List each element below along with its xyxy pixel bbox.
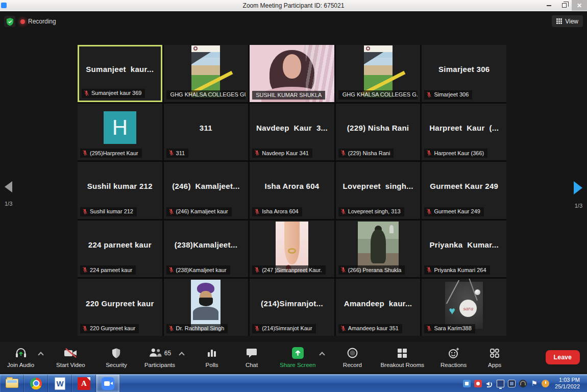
breakout-rooms-button[interactable]: Breakout Rooms	[380, 347, 424, 368]
word-icon: W	[55, 377, 65, 390]
meeting-area: Recording View Sumanjeet kaur...Sumanjee…	[0, 11, 587, 374]
headset-icon[interactable]	[519, 380, 527, 387]
previous-page-button[interactable]: 1/3	[5, 181, 12, 207]
bar-chart-icon	[207, 347, 217, 360]
participant-tile[interactable]: Priyanka Kumar...Priyanka Kumari 264	[422, 220, 506, 278]
participant-name: Navdeep Kaur 3...	[253, 124, 331, 132]
volume-icon[interactable]	[485, 380, 493, 387]
participant-name-tag: (247 )Simranpreet Kaur.	[252, 265, 325, 275]
participant-name: Isha Arora 604	[261, 182, 322, 190]
join-audio-button[interactable]: Join Audio	[7, 347, 34, 368]
participant-name: 220 Gurpreet kaur	[83, 299, 157, 308]
zoom-launcher[interactable]	[96, 375, 120, 392]
participant-name-tag: 220 Gurpreet kaur	[80, 324, 139, 333]
participant-tile[interactable]: Sushil kumar 212Sushil kumar 212	[78, 162, 162, 219]
participant-name: (238)Kamaljeet...	[172, 240, 241, 249]
polls-button[interactable]: Polls	[200, 347, 224, 368]
participant-tile[interactable]: Harpreet Kaur (...Harpreet Kaur (366)	[422, 104, 506, 161]
recording-indicator: Recording	[20, 18, 56, 25]
participant-name: (214)Simranjot...	[258, 299, 326, 308]
participant-tile[interactable]: Dr. Rachhpal Singh	[164, 279, 249, 336]
participant-tile[interactable]: (246) Kamaljeet...(246) Kamaljeet kaur	[164, 162, 249, 219]
participants-count: 65	[164, 350, 171, 357]
zoom-tray-icon[interactable]	[463, 380, 471, 387]
view-label: View	[565, 18, 578, 25]
leave-button[interactable]: Leave	[546, 350, 580, 364]
apps-button[interactable]: Apps	[483, 347, 506, 368]
reactions-button[interactable]: Reactions	[441, 347, 467, 368]
participant-tile[interactable]: SUSHIL KUMAR SHUKLA	[250, 45, 334, 102]
share-screen-button[interactable]: Share Screen	[280, 347, 315, 368]
chrome-icon	[30, 378, 42, 389]
participant-tile[interactable]: (247 )Simranpreet Kaur.	[250, 220, 334, 278]
participant-name-tag: 224 parneet kaur	[80, 265, 136, 275]
headphones-icon	[15, 347, 27, 360]
chevron-up-icon[interactable]	[320, 352, 325, 357]
participant-name: Priyanka Kumar...	[426, 240, 501, 249]
participant-name-tag: Sushil kumar 212	[80, 207, 137, 216]
file-explorer-launcher[interactable]	[0, 375, 24, 392]
word-launcher[interactable]: W	[48, 375, 72, 392]
participant-tile[interactable]: Amandeep kaur...Amandeep kaur 351	[336, 279, 421, 336]
muted-mic-icon	[340, 266, 346, 273]
restore-button[interactable]	[556, 0, 572, 11]
participant-name-tag: Dr. Rachhpal Singh	[166, 324, 228, 333]
participant-tile[interactable]: Gurmeet Kaur 249Gurmeet Kaur 249	[422, 162, 506, 219]
recording-tray-icon[interactable]	[474, 380, 482, 387]
clock-time: 1:03 PM	[555, 377, 580, 383]
security-shield-icon[interactable]	[4, 16, 15, 27]
participant-tile[interactable]: Isha Arora 604Isha Arora 604	[250, 162, 334, 219]
network-icon[interactable]	[497, 380, 504, 387]
profile-photo	[276, 222, 308, 273]
participant-tile[interactable]: 220 Gurpreet kaur220 Gurpreet kaur	[78, 279, 162, 336]
participant-tile[interactable]: H(295)Harpreet Kaur	[78, 104, 162, 161]
chrome-launcher[interactable]	[24, 375, 48, 392]
participant-tile[interactable]: Simarjeet 306Simarjeet 306	[422, 45, 506, 102]
taskbar-clock[interactable]: 1:03 PM 25/1/2022	[553, 377, 584, 390]
zoom-window: Zoom Meeting Participant ID: 675021 ✕ Re…	[0, 0, 587, 392]
shield-icon	[111, 347, 121, 360]
participant-tile[interactable]: (238)Kamaljeet...(238)Kamaljeet kaur	[164, 220, 249, 278]
participant-tile[interactable]: 311311	[164, 104, 249, 161]
participant-name: 311	[197, 124, 215, 132]
font-app-launcher[interactable]: A	[72, 375, 96, 392]
participant-tile[interactable]: Sumanjeet kaur...Sumanjeet kaur 369	[78, 45, 162, 102]
start-video-button[interactable]: Start Video	[56, 347, 85, 368]
windows-taskbar: W A 1:03 PM 25/1/2022	[0, 374, 587, 392]
participant-name: (229) Nisha Rani	[344, 124, 412, 132]
close-button[interactable]: ✕	[572, 0, 587, 11]
participant-name: 224 parneet kaur	[85, 240, 155, 249]
participants-button[interactable]: 65 Participants	[144, 347, 175, 368]
participant-name-tag: 311	[166, 149, 189, 158]
action-center-flag-icon[interactable]	[530, 380, 538, 387]
record-circle-icon	[347, 347, 358, 360]
participant-name: Gurmeet Kaur 249	[427, 182, 501, 190]
alarm-clock-icon[interactable]	[542, 380, 549, 387]
muted-mic-icon	[426, 150, 432, 156]
participant-name: Harpreet Kaur (...	[426, 124, 502, 132]
chat-button[interactable]: Chat	[240, 347, 263, 368]
participant-name: Simarjeet 306	[435, 65, 493, 74]
participant-tile[interactable]: GHG KHALSA COLLEGES G...	[336, 45, 421, 102]
participant-tile[interactable]: Lovepreet singh...Lovepreet singh, 313	[336, 162, 421, 219]
participant-name-tag: Amandeep kaur 351	[338, 324, 402, 333]
participant-tile[interactable]: 224 parneet kaur224 parneet kaur	[78, 220, 162, 278]
view-button[interactable]: View	[552, 15, 583, 27]
participant-tile[interactable]: Navdeep Kaur 3...Navdeep Kaur 341	[250, 104, 334, 161]
chevron-up-icon[interactable]	[179, 352, 184, 357]
next-page-button[interactable]: 1/3	[574, 181, 582, 209]
display-icon[interactable]	[508, 380, 516, 387]
participant-tile[interactable]: (266) Prerana Shukla	[336, 220, 421, 278]
record-button[interactable]: Record	[340, 347, 364, 368]
chevron-up-icon[interactable]	[38, 352, 43, 357]
minimize-button[interactable]	[541, 0, 556, 11]
security-button[interactable]: Security	[105, 347, 128, 368]
participant-tile[interactable]: (229) Nisha Rani(229) Nisha Rani	[336, 104, 421, 161]
muted-mic-icon	[168, 325, 174, 332]
participant-tile[interactable]: saraSara Karim388	[422, 279, 506, 336]
muted-mic-icon	[254, 150, 260, 156]
participant-name-tag: (238)Kamaljeet kaur	[166, 265, 230, 275]
participant-tile[interactable]: (214)Simranjot...(214)Simranjot Kaur	[250, 279, 334, 336]
system-tray: 1:03 PM 25/1/2022	[463, 375, 587, 392]
participant-tile[interactable]: GHG KHALSA COLLEGES GUR...	[164, 45, 249, 102]
